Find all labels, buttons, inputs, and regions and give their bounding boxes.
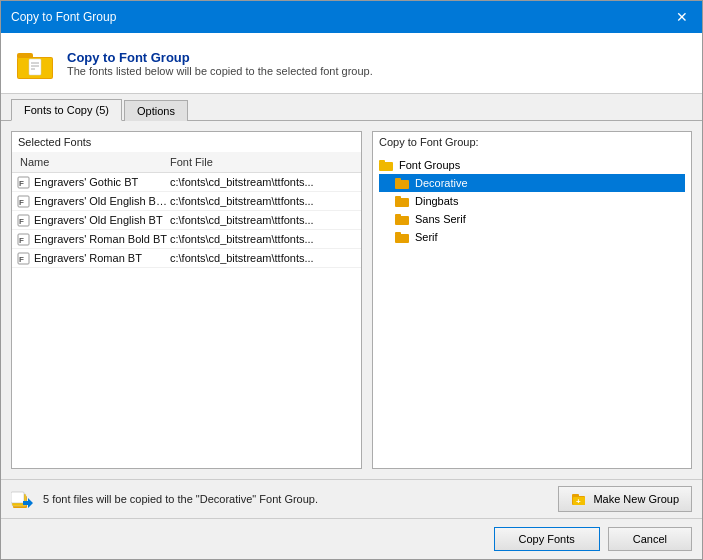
table-row[interactable]: F Engravers' Roman Bold BT c:\fonts\cd_b… [12, 230, 361, 249]
svg-rect-3 [29, 59, 41, 75]
cancel-button[interactable]: Cancel [608, 527, 692, 551]
font-name-cell: Engravers' Old English BT [34, 214, 170, 226]
right-panel: Copy to Font Group: Font Groups Decorati… [372, 131, 692, 469]
table-row[interactable]: F Engravers' Gothic BT c:\fonts\cd_bitst… [12, 173, 361, 192]
tab-options[interactable]: Options [124, 100, 188, 121]
svg-rect-21 [395, 198, 409, 207]
font-name-cell: Engravers' Old English Bol... [34, 195, 170, 207]
fonts-table-body: F Engravers' Gothic BT c:\fonts\cd_bitst… [12, 173, 361, 468]
font-file-cell: c:\fonts\cd_bitstream\ttfonts... [170, 214, 357, 226]
svg-rect-25 [395, 234, 409, 243]
folder-icon [379, 158, 395, 172]
col-name-header: Name [16, 154, 166, 170]
svg-text:F: F [19, 236, 24, 245]
status-text: 5 font files will be copied to the "Deco… [43, 493, 318, 505]
font-file-cell: c:\fonts\cd_bitstream\ttfonts... [170, 176, 357, 188]
panels-row: Selected Fonts Name Font File F Engraver… [11, 131, 692, 469]
font-groups-tree[interactable]: Font Groups Decorative Dingbats Sans Ser… [373, 152, 691, 468]
tree-item-label: Font Groups [399, 159, 460, 171]
tree-item[interactable]: Sans Serif [379, 210, 685, 228]
tree-item-label: Sans Serif [415, 213, 466, 225]
col-file-header: Font File [166, 154, 357, 170]
status-message: 5 font files will be copied to the "Deco… [11, 488, 318, 510]
font-name-cell: Engravers' Roman Bold BT [34, 233, 170, 245]
folder-icon [395, 176, 411, 190]
make-new-group-icon: + [571, 491, 587, 507]
svg-rect-17 [379, 162, 393, 171]
svg-text:F: F [19, 179, 24, 188]
bottom-bar: Copy Fonts Cancel [1, 518, 702, 559]
svg-rect-22 [395, 196, 401, 199]
header-title: Copy to Font Group [67, 50, 373, 65]
close-button[interactable]: ✕ [672, 7, 692, 27]
header-texts: Copy to Font Group The fonts listed belo… [67, 50, 373, 77]
svg-text:F: F [19, 198, 24, 207]
make-new-group-button[interactable]: + Make New Group [558, 486, 692, 512]
font-row-icon: F [16, 232, 30, 246]
svg-rect-23 [395, 216, 409, 225]
font-row-icon: F [16, 194, 30, 208]
dialog: Copy to Font Group ✕ Copy to Font Group … [0, 0, 703, 560]
font-file-cell: c:\fonts\cd_bitstream\ttfonts... [170, 233, 357, 245]
right-panel-label: Copy to Font Group: [373, 132, 691, 152]
font-file-cell: c:\fonts\cd_bitstream\ttfonts... [170, 252, 357, 264]
header-icon [15, 43, 55, 83]
tree-item-label: Decorative [415, 177, 468, 189]
header-area: Copy to Font Group The fonts listed belo… [1, 33, 702, 94]
font-name-cell: Engravers' Roman BT [34, 252, 170, 264]
tree-item[interactable]: Font Groups [379, 156, 685, 174]
svg-text:+: + [576, 497, 581, 506]
folder-icon [395, 230, 411, 244]
left-panel-label: Selected Fonts [12, 132, 361, 152]
svg-rect-24 [395, 214, 401, 217]
table-header: Name Font File [12, 152, 361, 173]
table-row[interactable]: F Engravers' Old English BT c:\fonts\cd_… [12, 211, 361, 230]
font-row-icon: F [16, 175, 30, 189]
tree-item[interactable]: Dingbats [379, 192, 685, 210]
copy-fonts-button[interactable]: Copy Fonts [494, 527, 600, 551]
tabs-bar: Fonts to Copy (5) Options [1, 94, 702, 121]
status-bar: 5 font files will be copied to the "Deco… [1, 479, 702, 518]
font-row-icon: F [16, 213, 30, 227]
font-file-cell: c:\fonts\cd_bitstream\ttfonts... [170, 195, 357, 207]
content-area: Selected Fonts Name Font File F Engraver… [1, 121, 702, 479]
title-bar: Copy to Font Group ✕ [1, 1, 702, 33]
make-new-group-label: Make New Group [593, 493, 679, 505]
font-name-cell: Engravers' Gothic BT [34, 176, 170, 188]
table-row[interactable]: F Engravers' Roman BT c:\fonts\cd_bitstr… [12, 249, 361, 268]
folder-icon [395, 212, 411, 226]
svg-rect-26 [395, 232, 401, 235]
svg-rect-29 [11, 492, 24, 503]
header-subtitle: The fonts listed below will be copied to… [67, 65, 373, 77]
folder-icon [395, 194, 411, 208]
title-bar-text: Copy to Font Group [11, 10, 116, 24]
font-row-icon: F [16, 251, 30, 265]
tree-item[interactable]: Decorative [379, 174, 685, 192]
tree-item[interactable]: Serif [379, 228, 685, 246]
svg-text:F: F [19, 217, 24, 226]
left-panel: Selected Fonts Name Font File F Engraver… [11, 131, 362, 469]
svg-rect-20 [395, 178, 401, 181]
tab-fonts-to-copy[interactable]: Fonts to Copy (5) [11, 99, 122, 121]
tree-item-label: Dingbats [415, 195, 458, 207]
copy-files-icon [11, 488, 35, 510]
svg-rect-18 [379, 160, 385, 163]
tree-item-label: Serif [415, 231, 438, 243]
svg-rect-19 [395, 180, 409, 189]
svg-text:F: F [19, 255, 24, 264]
table-row[interactable]: F Engravers' Old English Bol... c:\fonts… [12, 192, 361, 211]
